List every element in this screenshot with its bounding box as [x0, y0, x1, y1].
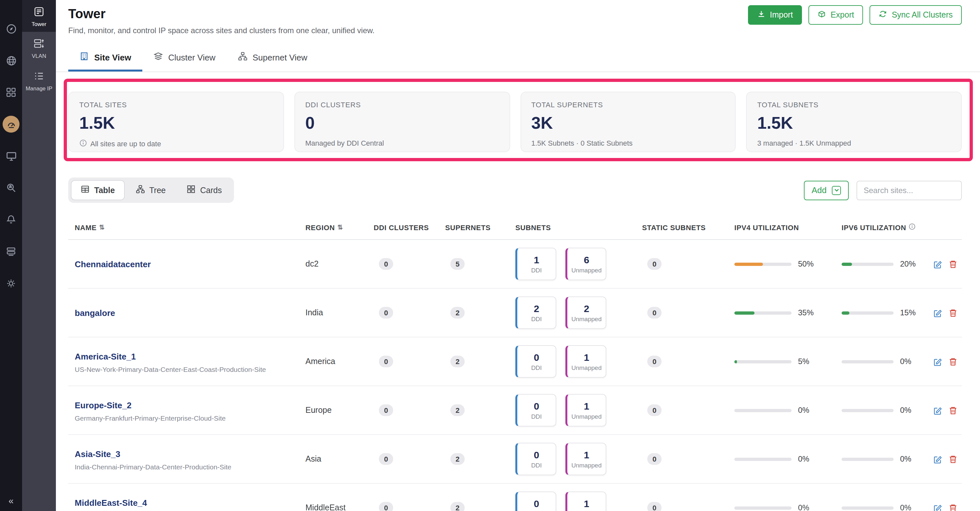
subnets-ddi-label: DDI	[531, 413, 542, 420]
notifications-bell-icon[interactable]	[5, 213, 18, 226]
subnets-unmapped-box[interactable]: 1 Unmapped	[565, 394, 606, 427]
ipv4-utilization-bar	[734, 262, 792, 266]
stat-value: 0	[305, 113, 499, 133]
tab-cluster-view[interactable]: Cluster View	[142, 44, 226, 72]
supernets-count-badge: 2	[450, 356, 465, 367]
subnets-unmapped-box[interactable]: 1 Unmapped	[565, 492, 606, 511]
dns-globe-icon[interactable]	[5, 54, 18, 67]
building-icon	[79, 51, 89, 63]
sidebar-item-manage-ip[interactable]: Manage IP	[22, 64, 56, 96]
subnets-unmapped-label: Unmapped	[571, 267, 602, 274]
ipv6-utilization-bar	[842, 262, 894, 266]
stack-icon[interactable]	[5, 245, 18, 258]
view-table-button[interactable]: Table	[71, 180, 124, 200]
export-button[interactable]: Export	[808, 5, 863, 25]
supernets-count-badge: 5	[450, 258, 465, 270]
sync-all-clusters-button[interactable]: Sync All Clusters	[870, 5, 962, 25]
subnets-ddi-label: DDI	[531, 462, 542, 469]
tab-supernet-view[interactable]: Supernet View	[226, 44, 318, 72]
subnets-ddi-box[interactable]: 0 DDI	[515, 345, 556, 378]
ipv4-utilization-bar	[734, 506, 792, 509]
subnets-ddi-count: 0	[534, 352, 539, 363]
sidebar-item-vlan[interactable]: VLAN	[22, 32, 56, 64]
header-actions: Import Export Sync All Clusters	[748, 5, 962, 25]
devices-icon[interactable]	[5, 150, 18, 162]
subnets-unmapped-box[interactable]: 1 Unmapped	[565, 345, 606, 378]
subnets-ddi-box[interactable]: 0 DDI	[515, 394, 556, 427]
site-name-link[interactable]: Asia-Site_3	[75, 449, 120, 458]
subnets-ddi-box[interactable]: 1 DDI	[515, 248, 556, 280]
collapse-sidebar-chevron[interactable]: «	[0, 495, 22, 506]
stat-value: 1.5K	[757, 113, 951, 133]
chevron-down-icon	[832, 186, 841, 195]
ddi-clusters-count-badge: 0	[379, 307, 393, 318]
subnets-unmapped-count: 1	[584, 449, 589, 460]
stat-card-total-supernets: TOTAL SUPERNETS 3K 1.5K Subnets · 0 Stat…	[520, 92, 736, 152]
ipv4-utilization-bar	[734, 457, 792, 461]
subnets-ddi-box[interactable]: 0 DDI	[515, 443, 556, 475]
supernets-count-badge: 2	[450, 453, 465, 465]
main-content: Tower Find, monitor, and control IP spac…	[56, 0, 980, 511]
ipv6-utilization-percent: 0%	[900, 454, 912, 463]
apps-grid-icon[interactable]	[5, 86, 18, 99]
view-tree-button[interactable]: Tree	[126, 180, 175, 200]
delete-site-button[interactable]	[948, 308, 958, 318]
table-body: Chennaidatacenter dc2 0 5 1 DDI 6 Unmapp…	[68, 240, 962, 511]
edit-site-button[interactable]	[932, 308, 942, 318]
site-name-link[interactable]: America-Site_1	[75, 352, 136, 361]
subnets-ddi-count: 2	[534, 303, 539, 314]
settings-gear-icon[interactable]	[5, 277, 18, 290]
supernets-count-badge: 2	[450, 307, 465, 318]
subnets-unmapped-count: 1	[584, 498, 589, 509]
subnets-unmapped-box[interactable]: 1 Unmapped	[565, 443, 606, 475]
tower-gauge-icon[interactable]	[3, 116, 19, 133]
tab-site-view[interactable]: Site View	[68, 44, 142, 72]
edit-site-button[interactable]	[932, 259, 942, 269]
subnets-ddi-box[interactable]: 2 DDI	[515, 296, 556, 329]
site-name-link[interactable]: bangalore	[75, 308, 115, 318]
sidebar-item-tower[interactable]: Tower	[22, 0, 56, 32]
delete-site-button[interactable]	[948, 454, 958, 464]
delete-site-button[interactable]	[948, 259, 958, 269]
site-name-link[interactable]: MiddleEast-Site_4	[75, 498, 147, 508]
edit-site-button[interactable]	[932, 503, 942, 511]
sidebar-item-label: VLAN	[32, 54, 46, 60]
page-subtitle: Find, monitor, and control IP space acro…	[68, 26, 962, 35]
edit-site-button[interactable]	[932, 405, 942, 415]
column-header-ipv4-utilization: IPV4 UTILIZATION	[734, 223, 842, 231]
table-header-row: NAME⇅ REGION⇅ DDI CLUSTERS SUPERNETS SUB…	[68, 216, 962, 240]
ipv6-utilization-bar	[842, 506, 894, 509]
ipv4-utilization-percent: 5%	[798, 357, 810, 366]
site-name-link[interactable]: Chennaidatacenter	[75, 259, 151, 269]
edit-site-button[interactable]	[932, 357, 942, 366]
search-sites-input[interactable]	[856, 180, 962, 200]
subnets-unmapped-box[interactable]: 2 Unmapped	[565, 296, 606, 329]
subnets-ddi-box[interactable]: 0 DDI	[515, 492, 556, 511]
subnets-ddi-count: 0	[534, 449, 539, 460]
delete-site-button[interactable]	[948, 405, 958, 415]
stat-value: 3K	[531, 113, 725, 133]
column-header-region[interactable]: REGION⇅	[305, 223, 374, 231]
dashboard-icon[interactable]	[5, 22, 18, 35]
delete-site-button[interactable]	[948, 357, 958, 366]
site-name-link[interactable]: Europe-Site_2	[75, 400, 132, 410]
ddi-clusters-count-badge: 0	[379, 404, 393, 416]
info-circle-icon[interactable]	[909, 223, 916, 231]
stats-cards-row: TOTAL SITES 1.5K All sites are up to dat…	[68, 92, 962, 152]
view-cards-button[interactable]: Cards	[177, 180, 232, 200]
stat-value: 1.5K	[79, 113, 273, 133]
subnets-ddi-label: DDI	[531, 364, 542, 371]
stat-card-total-subnets: TOTAL SUBNETS 1.5K 3 managed · 1.5K Unma…	[746, 92, 962, 152]
column-header-name[interactable]: NAME⇅	[68, 223, 305, 231]
refresh-icon	[879, 10, 887, 20]
subnets-unmapped-box[interactable]: 6 Unmapped	[565, 248, 606, 280]
column-header-ipv6-utilization: IPV6 UTILIZATION	[842, 223, 932, 231]
audit-search-icon[interactable]	[5, 181, 18, 194]
table-row: MiddleEast-Site_4 UAE-Dubai-Regional-Dis…	[68, 484, 962, 511]
edit-site-button[interactable]	[932, 454, 942, 464]
delete-site-button[interactable]	[948, 503, 958, 511]
sort-icon: ⇅	[99, 224, 105, 231]
import-button[interactable]: Import	[748, 5, 802, 25]
info-circle-icon	[79, 139, 87, 148]
add-site-button[interactable]: Add	[804, 180, 849, 200]
